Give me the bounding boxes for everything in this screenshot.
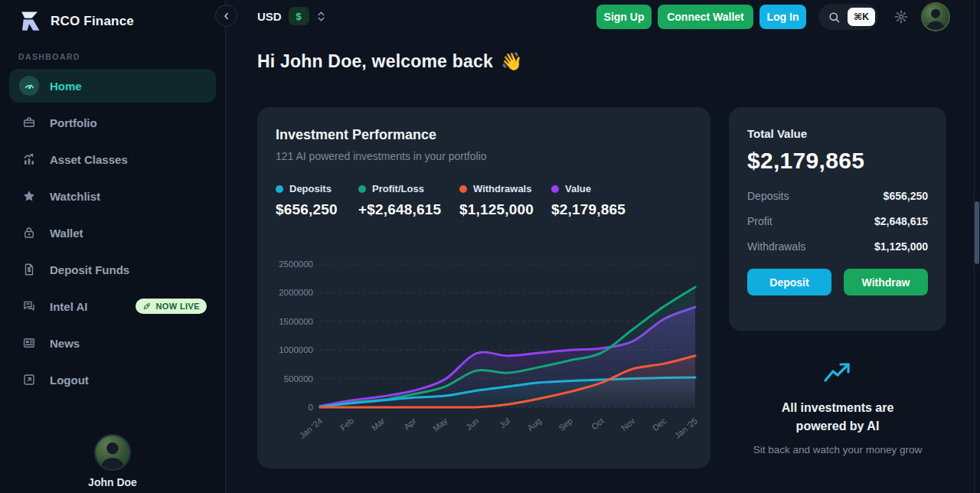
- currency-selector[interactable]: USD $: [257, 7, 326, 25]
- sidebar-item-label: Intel AI: [50, 300, 87, 313]
- svg-text:Aug: Aug: [525, 416, 543, 433]
- legend-group-value[interactable]: Value$2,179,865: [551, 183, 626, 218]
- log-in-button[interactable]: Log In: [760, 5, 806, 29]
- news-icon: [19, 333, 39, 353]
- svg-text:Dec: Dec: [651, 416, 668, 433]
- svg-text:Oct: Oct: [590, 416, 606, 431]
- total-value-title: Total Value: [747, 127, 928, 140]
- svg-text:1000000: 1000000: [279, 345, 313, 354]
- dollar-badge-icon: $: [289, 7, 309, 25]
- currency-code: USD: [257, 10, 282, 23]
- connect-wallet-button[interactable]: Connect Wallet: [658, 5, 753, 29]
- sidebar-section-label: DASHBOARD: [18, 52, 225, 61]
- performance-chart: 05000001000000150000020000002500000Jan '…: [257, 253, 710, 453]
- sidebar-item-intel-ai[interactable]: Intel AINOW LIVE: [9, 289, 216, 323]
- legend-value: $2,179,865: [551, 201, 626, 218]
- sidebar-item-home[interactable]: Home: [9, 69, 216, 103]
- legend-dot-icon: [551, 185, 559, 193]
- user-name: John Doe: [88, 476, 137, 488]
- sidebar-item-deposit-funds[interactable]: Deposit Funds: [9, 253, 216, 286]
- sidebar-item-asset-classes[interactable]: Asset Classes: [9, 142, 216, 176]
- svg-text:1500000: 1500000: [279, 317, 313, 326]
- legend-group-profit-loss[interactable]: Profit/Loss+$2,648,615: [358, 183, 450, 218]
- legend-row: Deposits$656,250Profit/Loss+$2,648,615Wi…: [276, 183, 692, 218]
- sidebar-item-label: Deposit Funds: [50, 263, 129, 276]
- row-value: $656,250: [884, 190, 928, 202]
- sidebar-item-portfolio[interactable]: Portfolio: [9, 106, 216, 139]
- row-label: Profit: [747, 215, 773, 227]
- svg-text:Feb: Feb: [338, 416, 355, 432]
- sidebar-item-label: Home: [50, 80, 82, 93]
- legend-value: $1,125,000: [459, 201, 542, 218]
- brand-logo-row[interactable]: RCO Finance: [0, 0, 225, 35]
- legend-dot-icon: [459, 185, 467, 193]
- search-button[interactable]: ⌘K: [818, 4, 878, 30]
- legend-dot-icon: [276, 185, 283, 193]
- sidebar-item-logout[interactable]: Logout: [9, 363, 216, 397]
- legend-label: Value: [565, 183, 591, 194]
- ai-note-title: All investments are powered by AI: [729, 399, 946, 436]
- svg-text:Jun: Jun: [464, 416, 480, 432]
- svg-text:2000000: 2000000: [279, 288, 313, 297]
- wave-emoji: 👋: [501, 51, 523, 72]
- logout-icon: [19, 370, 39, 390]
- svg-text:Apr: Apr: [402, 416, 418, 431]
- briefcase-icon: [19, 113, 39, 132]
- scrollbar-thumb[interactable]: [975, 201, 979, 264]
- star-icon: [19, 186, 39, 206]
- svg-text:Jan '24: Jan '24: [298, 416, 325, 440]
- svg-text:2500000: 2500000: [279, 260, 313, 269]
- svg-text:Sep: Sep: [557, 416, 574, 433]
- keyboard-shortcut-chip: ⌘K: [848, 8, 875, 26]
- performance-card-subtitle: 121 AI powered investments in your portf…: [276, 150, 692, 162]
- sidebar-item-wallet[interactable]: Wallet: [9, 216, 216, 250]
- settings-gear-icon[interactable]: [893, 9, 909, 24]
- svg-text:500000: 500000: [284, 374, 313, 384]
- legend-group-deposits[interactable]: Deposits$656,250: [276, 183, 349, 218]
- withdraw-button[interactable]: Withdraw: [844, 269, 928, 295]
- sidebar-menu: HomePortfolioAsset ClassesWatchlistWalle…: [0, 69, 225, 397]
- sidebar-item-news[interactable]: News: [9, 326, 216, 360]
- chevron-left-icon: [221, 11, 232, 21]
- chevron-updown-icon: [316, 10, 326, 23]
- chart-bars-icon: [19, 149, 39, 169]
- legend-label: Profit/Loss: [372, 183, 424, 194]
- sidebar-item-label: News: [50, 337, 80, 350]
- svg-text:Nov: Nov: [619, 416, 637, 433]
- ai-note-subtitle: Sit back and watch your money grow: [729, 442, 946, 459]
- row-label: Withdrawals: [747, 240, 805, 253]
- sign-up-button[interactable]: Sign Up: [596, 5, 652, 29]
- total-value-row-withdrawals: Withdrawals$1,125,000: [747, 240, 928, 253]
- total-value-row-profit: Profit$2,648,615: [747, 215, 928, 227]
- legend-label: Deposits: [289, 183, 332, 194]
- row-label: Deposits: [747, 190, 789, 202]
- svg-text:Jul: Jul: [498, 416, 511, 429]
- total-value-rows: Deposits$656,250Profit$2,648,615Withdraw…: [747, 190, 928, 253]
- sidebar-item-watchlist[interactable]: Watchlist: [9, 179, 216, 213]
- dollar-file-icon: [19, 260, 39, 279]
- search-icon: [828, 11, 841, 24]
- now-live-badge: NOW LIVE: [136, 299, 207, 314]
- legend-group-withdrawals[interactable]: Withdrawals$1,125,000: [459, 183, 542, 218]
- sidebar-collapse-button[interactable]: [215, 5, 237, 27]
- page-title: Hi John Doe, welcome back 👋: [257, 51, 523, 72]
- sidebar-user[interactable]: John Doe: [0, 436, 225, 488]
- sidebar-item-label: Asset Classes: [50, 153, 128, 166]
- ai-note: All investments are powered by AI Sit ba…: [729, 361, 946, 459]
- user-avatar: [96, 436, 129, 469]
- chart-area[interactable]: 05000001000000150000020000002500000Jan '…: [257, 253, 710, 453]
- legend-label: Withdrawals: [473, 183, 531, 194]
- deposit-button[interactable]: Deposit: [747, 269, 831, 295]
- profile-avatar[interactable]: [923, 4, 949, 30]
- sidebar-item-label: Portfolio: [50, 116, 97, 129]
- sidebar-item-label: Wallet: [50, 227, 83, 240]
- trending-up-icon: [823, 361, 852, 384]
- investment-performance-card: Investment Performance 121 AI powered in…: [257, 107, 710, 469]
- rco-logo-icon: [17, 10, 43, 33]
- chat-icon: [19, 296, 39, 316]
- brand-name: RCO Finance: [51, 14, 134, 29]
- legend-dot-icon: [358, 185, 366, 193]
- performance-card-title: Investment Performance: [276, 127, 692, 143]
- sidebar-item-label: Logout: [50, 374, 89, 387]
- svg-text:0: 0: [309, 403, 313, 412]
